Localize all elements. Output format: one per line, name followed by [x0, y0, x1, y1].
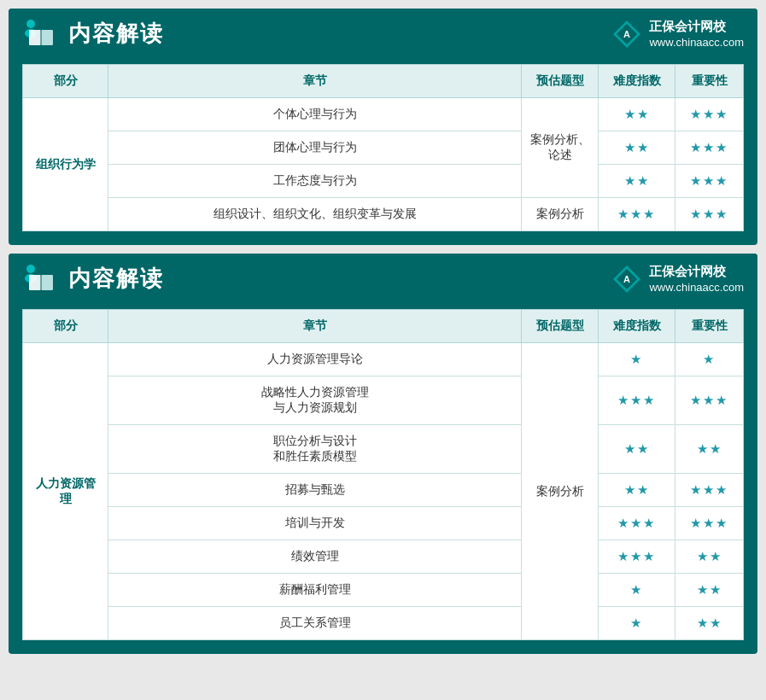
logo-icon-1: A	[611, 19, 642, 50]
difficulty-cell: ★★★	[599, 507, 675, 540]
logo-area-1: A 正保会计网校 www.chinaacc.com	[611, 17, 744, 50]
th-part-2: 部分	[23, 310, 108, 343]
table-row: 职位分析与设计和胜任素质模型 ★★ ★★	[23, 425, 744, 474]
book-icon	[22, 18, 60, 50]
th-chapter-2: 章节	[108, 310, 522, 343]
section-card-1: 内容解读 A 正保会计网校 www.chinaacc.com 部分 章节 预估题…	[9, 9, 757, 245]
table-row: 人力资源管理 人力资源管理导论 案例分析 ★ ★	[23, 343, 744, 376]
svg-rect-11	[41, 275, 53, 290]
table-wrapper-1: 部分 章节 预估题型 难度指数 重要性 组织行为学 个体心理与行为 案例分析、论…	[22, 64, 744, 231]
svg-point-8	[26, 265, 35, 273]
chapter-cell: 人力资源管理导论	[108, 343, 522, 376]
importance-cell: ★★	[675, 540, 744, 574]
table-row: 招募与甄选 ★★ ★★★	[23, 474, 744, 507]
table-row: 薪酬福利管理 ★ ★★	[23, 574, 744, 607]
chapter-cell: 战略性人力资源管理与人力资源规划	[108, 376, 522, 425]
th-importance-2: 重要性	[675, 310, 744, 343]
importance-cell: ★	[675, 343, 744, 376]
section-card-2: 内容解读 A 正保会计网校 www.chinaacc.com 部分 章节 预估题…	[9, 254, 757, 654]
logo-icon-2: A	[611, 264, 642, 295]
chapter-cell: 职位分析与设计和胜任素质模型	[108, 425, 522, 474]
svg-rect-10	[29, 275, 41, 290]
difficulty-cell: ★★	[599, 98, 675, 131]
difficulty-cell: ★★★	[599, 198, 675, 231]
type-cell: 案例分析	[522, 343, 599, 640]
header-left-1: 内容解读	[22, 18, 164, 50]
content-table-1: 部分 章节 预估题型 难度指数 重要性 组织行为学 个体心理与行为 案例分析、论…	[22, 64, 744, 231]
type-cell: 案例分析、论述	[522, 98, 599, 198]
importance-cell: ★★★	[675, 98, 744, 131]
th-type-2: 预估题型	[522, 310, 599, 343]
difficulty-cell: ★★	[599, 474, 675, 507]
table-row: 组织设计、组织文化、组织变革与发展 案例分析 ★★★ ★★★	[23, 198, 744, 231]
table-row: 培训与开发 ★★★ ★★★	[23, 507, 744, 540]
importance-cell: ★★★	[675, 376, 744, 425]
chapter-cell: 团体心理与行为	[108, 131, 522, 165]
svg-point-0	[26, 20, 35, 28]
importance-cell: ★★	[675, 574, 744, 607]
importance-cell: ★★★	[675, 165, 744, 198]
table-row: 团体心理与行为 ★★ ★★★	[23, 131, 744, 165]
importance-cell: ★★	[675, 607, 744, 640]
difficulty-cell: ★	[599, 574, 675, 607]
logo-text-2: 正保会计网校 www.chinaacc.com	[649, 262, 744, 295]
chapter-cell: 培训与开发	[108, 507, 522, 540]
table-row: 工作态度与行为 ★★ ★★★	[23, 165, 744, 198]
importance-cell: ★★★	[675, 131, 744, 165]
part-cell: 人力资源管理	[23, 343, 108, 640]
difficulty-cell: ★★	[599, 425, 675, 474]
difficulty-cell: ★★★	[599, 540, 675, 574]
section-title-2: 内容解读	[68, 264, 164, 294]
svg-rect-3	[41, 30, 53, 45]
table-row: 员工关系管理 ★ ★★	[23, 607, 744, 640]
th-part-1: 部分	[23, 65, 108, 98]
table-row: 绩效管理 ★★★ ★★	[23, 540, 744, 574]
th-type-1: 预估题型	[522, 65, 599, 98]
importance-cell: ★★	[675, 425, 744, 474]
section-header-2: 内容解读 A 正保会计网校 www.chinaacc.com	[9, 254, 757, 302]
chapter-cell: 工作态度与行为	[108, 165, 522, 198]
importance-cell: ★★★	[675, 507, 744, 540]
content-table-2: 部分 章节 预估题型 难度指数 重要性 人力资源管理 人力资源管理导论 案例分析…	[22, 309, 744, 640]
chapter-cell: 员工关系管理	[108, 607, 522, 640]
table-row: 战略性人力资源管理与人力资源规划 ★★★ ★★★	[23, 376, 744, 425]
th-difficulty-1: 难度指数	[599, 65, 675, 98]
book-icon-2	[22, 263, 60, 295]
chapter-cell: 个体心理与行为	[108, 98, 522, 131]
svg-text:A: A	[623, 274, 630, 284]
difficulty-cell: ★★★	[599, 376, 675, 425]
th-importance-1: 重要性	[675, 65, 744, 98]
chapter-cell: 组织设计、组织文化、组织变革与发展	[108, 198, 522, 231]
section-header-1: 内容解读 A 正保会计网校 www.chinaacc.com	[9, 9, 757, 57]
table-wrapper-2: 部分 章节 预估题型 难度指数 重要性 人力资源管理 人力资源管理导论 案例分析…	[22, 309, 744, 640]
chapter-cell: 薪酬福利管理	[108, 574, 522, 607]
header-left-2: 内容解读	[22, 263, 164, 295]
th-chapter-1: 章节	[108, 65, 522, 98]
table-row: 组织行为学 个体心理与行为 案例分析、论述 ★★ ★★★	[23, 98, 744, 131]
difficulty-cell: ★	[599, 343, 675, 376]
section-title-1: 内容解读	[68, 19, 164, 49]
svg-text:A: A	[623, 29, 630, 39]
part-cell: 组织行为学	[23, 98, 108, 231]
chapter-cell: 绩效管理	[108, 540, 522, 574]
difficulty-cell: ★★	[599, 131, 675, 165]
difficulty-cell: ★★	[599, 165, 675, 198]
logo-area-2: A 正保会计网校 www.chinaacc.com	[611, 262, 744, 295]
logo-text-1: 正保会计网校 www.chinaacc.com	[649, 17, 744, 50]
chapter-cell: 招募与甄选	[108, 474, 522, 507]
svg-rect-2	[29, 30, 41, 45]
importance-cell: ★★★	[675, 198, 744, 231]
difficulty-cell: ★	[599, 607, 675, 640]
th-difficulty-2: 难度指数	[599, 310, 675, 343]
type-cell: 案例分析	[522, 198, 599, 231]
importance-cell: ★★★	[675, 474, 744, 507]
